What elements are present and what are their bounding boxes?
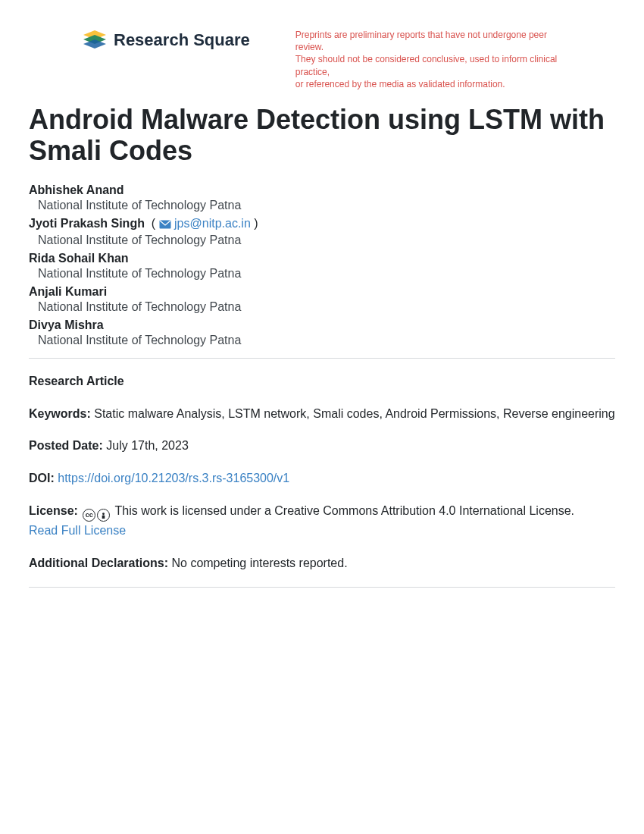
author-affiliation: National Institute of Technology Patna [29,267,615,281]
brand-name: Research Square [114,30,250,50]
author-name: Jyoti Prakash Singh [29,217,145,230]
posted-date-row: Posted Date: July 17th, 2023 [29,437,615,456]
page-header: Research Square Preprints are preliminar… [29,29,615,90]
paper-title: Android Malware Detection using LSTM wit… [29,104,615,167]
author-affiliation: National Institute of Technology Patna [29,334,615,347]
cc-icon: cc [83,509,95,522]
posted-label: Posted Date: [29,439,103,452]
license-text: This work is licensed under a Creative C… [115,504,575,517]
author-affiliation: National Institute of Technology Patna [29,199,615,212]
declarations-row: Additional Declarations: No competing in… [29,554,615,573]
preprint-disclaimer: Preprints are preliminary reports that h… [295,29,576,90]
author-affiliation: National Institute of Technology Patna [29,234,615,247]
license-label: License: [29,504,78,517]
disclaimer-line: Preprints are preliminary reports that h… [295,29,576,53]
author-list: Abhishek AnandNational Institute of Tech… [29,183,615,347]
author-entry: Anjali KumariNational Institute of Techn… [29,285,615,314]
svg-point-1 [102,513,105,516]
author-name: Anjali Kumari [29,285,107,298]
doi-link[interactable]: https://doi.org/10.21203/rs.3.rs-3165300… [58,472,289,484]
author-name: Abhishek Anand [29,183,124,196]
divider [29,358,615,359]
author-entry: Jyoti Prakash Singh ( jps@nitp.ac.in )Na… [29,217,615,247]
author-entry: Abhishek AnandNational Institute of Tech… [29,183,615,212]
keywords-row: Keywords: Static malware Analysis, LSTM … [29,405,615,424]
author-entry: Divya MishraNational Institute of Techno… [29,318,615,347]
author-affiliation: National Institute of Technology Patna [29,300,615,314]
declarations-value: No competing interests reported. [171,557,347,569]
metadata-block: Research Article Keywords: Static malwar… [29,372,615,573]
article-type: Research Article [29,375,124,387]
corresponding-marker: ( jps@nitp.ac.in ) [145,217,258,230]
disclaimer-line: They should not be considered conclusive… [295,53,576,77]
author-entry: Rida Sohail KhanNational Institute of Te… [29,252,615,281]
brand-logo: Research Square [82,29,250,52]
doi-label: DOI: [29,472,55,484]
posted-value: July 17th, 2023 [106,439,189,452]
declarations-label: Additional Declarations: [29,557,168,569]
author-name: Divya Mishra [29,318,104,331]
keywords-label: Keywords: [29,407,91,420]
logo-mark-icon [82,29,108,52]
cc-icons: cc [83,509,110,522]
read-full-license-link[interactable]: Read Full License [29,524,126,537]
cc-by-icon [97,509,110,522]
divider [29,587,615,588]
license-row: License: cc This work is licensed under … [29,502,615,541]
author-name: Rida Sohail Khan [29,252,129,265]
doi-row: DOI: https://doi.org/10.21203/rs.3.rs-31… [29,469,615,488]
keywords-value: Static malware Analysis, LSTM network, S… [94,407,614,420]
author-email-link[interactable]: jps@nitp.ac.in [174,217,251,230]
mail-icon [159,218,171,232]
disclaimer-line: or referenced by the media as validated … [295,78,576,90]
